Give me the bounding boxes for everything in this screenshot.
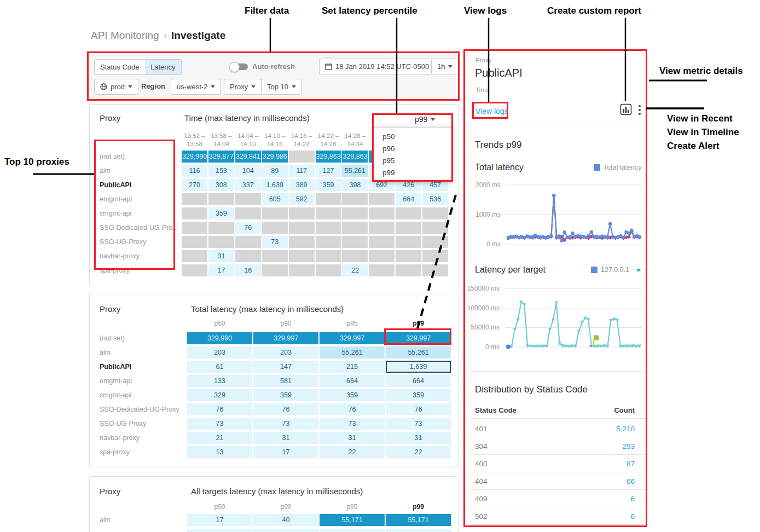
- heatmap-cell[interactable]: 73: [262, 236, 288, 248]
- heatmap-cell[interactable]: [235, 193, 261, 205]
- heatmap-cell[interactable]: 329,863: [342, 151, 368, 163]
- latency-cell[interactable]: [253, 529, 318, 532]
- latency-cell[interactable]: 31: [320, 432, 385, 444]
- heatmap-cell[interactable]: [289, 222, 315, 234]
- latency-cell[interactable]: 329,997: [253, 332, 318, 344]
- heatmap-cell[interactable]: [316, 264, 341, 276]
- breadcrumb-section[interactable]: API Monitoring: [91, 30, 159, 41]
- heatmap-cell[interactable]: [289, 151, 315, 163]
- percentile-option-p95[interactable]: p95: [374, 155, 452, 167]
- latency-cell[interactable]: 17: [187, 514, 252, 526]
- heatmap-cell[interactable]: [235, 236, 261, 248]
- latency-cell[interactable]: 73: [187, 418, 252, 430]
- latency-cell[interactable]: 329,997: [320, 332, 385, 344]
- heatmap-cell[interactable]: 153: [208, 165, 234, 177]
- heatmap-cell[interactable]: [289, 264, 315, 276]
- heatmap-cell[interactable]: 116: [182, 165, 207, 177]
- status-count-link[interactable]: 293: [558, 442, 635, 450]
- heatmap-cell[interactable]: [262, 250, 288, 262]
- heatmap-cell[interactable]: [182, 250, 207, 262]
- heatmap-cell[interactable]: [182, 264, 207, 276]
- heatmap-cell[interactable]: [182, 207, 207, 219]
- heatmap-cell[interactable]: 104: [235, 165, 261, 177]
- heatmap-cell[interactable]: [342, 222, 368, 234]
- latency-cell[interactable]: 22: [320, 446, 385, 458]
- more-menu-icon[interactable]: [639, 105, 641, 117]
- heatmap-cell[interactable]: [422, 264, 448, 276]
- heatmap-cell[interactable]: [208, 236, 234, 248]
- heatmap-cell[interactable]: [396, 222, 421, 234]
- heatmap-cell[interactable]: [262, 222, 288, 234]
- heatmap-cell[interactable]: 605: [262, 193, 288, 205]
- heatmap-cell[interactable]: [182, 236, 207, 248]
- heatmap-cell[interactable]: 31: [208, 250, 234, 262]
- heatmap-cell[interactable]: 398: [342, 179, 368, 191]
- latency-cell[interactable]: 76: [386, 403, 451, 415]
- tab-status-code[interactable]: Status Code: [94, 59, 146, 75]
- heatmap-cell[interactable]: [289, 250, 315, 262]
- latency-cell[interactable]: 203: [253, 346, 318, 358]
- proxy-filter-select[interactable]: Proxy: [224, 79, 262, 95]
- heatmap-cell[interactable]: 592: [289, 193, 315, 205]
- latency-cell[interactable]: 329,990: [187, 332, 252, 344]
- latency-cell[interactable]: 329,997: [386, 332, 451, 344]
- latency-cell[interactable]: 215: [320, 361, 385, 373]
- heatmap-cell[interactable]: [396, 250, 421, 262]
- heatmap-cell[interactable]: [289, 236, 315, 248]
- heatmap-cell[interactable]: 337: [235, 179, 261, 191]
- heatmap-cell[interactable]: [208, 222, 234, 234]
- latency-cell[interactable]: 147: [253, 361, 318, 373]
- heatmap-cell[interactable]: 76: [235, 222, 261, 234]
- latency-cell[interactable]: 31: [386, 432, 451, 444]
- latency-cell[interactable]: 664: [320, 375, 385, 387]
- heatmap-cell[interactable]: [316, 250, 341, 262]
- heatmap-cell[interactable]: [369, 236, 394, 248]
- heatmap-cell[interactable]: [342, 193, 368, 205]
- heatmap-cell[interactable]: [369, 250, 394, 262]
- heatmap-cell[interactable]: [289, 207, 315, 219]
- heatmap-cell[interactable]: [422, 250, 448, 262]
- status-count-link[interactable]: 6: [558, 512, 635, 521]
- tab-latency[interactable]: Latency: [145, 59, 182, 75]
- heatmap-cell[interactable]: [396, 236, 421, 248]
- heatmap-cell[interactable]: [422, 222, 448, 234]
- heatmap-cell[interactable]: [316, 222, 341, 234]
- heatmap-cell[interactable]: [235, 250, 261, 262]
- heatmap-cell[interactable]: [208, 193, 234, 205]
- region-select[interactable]: us-west-2: [171, 79, 221, 95]
- target-select-chevron-icon[interactable]: [636, 269, 641, 272]
- latency-cell[interactable]: [187, 529, 252, 532]
- latency-cell[interactable]: 76: [320, 403, 385, 415]
- latency-cell[interactable]: 76: [253, 403, 318, 415]
- heatmap-cell[interactable]: [182, 222, 207, 234]
- status-count-link[interactable]: 5,210: [558, 425, 635, 433]
- heatmap-cell[interactable]: [316, 207, 341, 219]
- latency-cell[interactable]: [320, 529, 385, 532]
- heatmap-cell[interactable]: 16: [235, 264, 261, 276]
- heatmap-cell[interactable]: [396, 207, 421, 219]
- heatmap-cell[interactable]: [369, 193, 394, 205]
- latency-cell[interactable]: 133: [187, 375, 252, 387]
- heatmap-cell[interactable]: 329,877: [208, 151, 234, 163]
- heatmap-cell[interactable]: 308: [208, 179, 234, 191]
- heatmap-cell[interactable]: [262, 264, 288, 276]
- latency-cell[interactable]: 73: [320, 418, 385, 430]
- top-filter-select[interactable]: Top 10: [261, 79, 302, 95]
- latency-cell[interactable]: 359: [320, 389, 385, 401]
- latency-cell[interactable]: 13: [187, 446, 252, 458]
- latency-cell[interactable]: 61: [187, 361, 252, 373]
- heatmap-cell[interactable]: [342, 250, 368, 262]
- heatmap-cell[interactable]: 329,841: [235, 151, 261, 163]
- latency-cell[interactable]: 40: [253, 514, 318, 526]
- heatmap-cell[interactable]: 389: [289, 179, 315, 191]
- heatmap-cell[interactable]: 1,639: [262, 179, 288, 191]
- latency-cell[interactable]: 73: [253, 418, 318, 430]
- heatmap-cell[interactable]: [182, 193, 207, 205]
- heatmap-cell[interactable]: 329,990: [182, 151, 207, 163]
- heatmap-cell[interactable]: 55,261: [342, 165, 368, 177]
- latency-cell[interactable]: 55,171: [320, 514, 385, 526]
- heatmap-cell[interactable]: 359: [208, 207, 234, 219]
- latency-cell[interactable]: 203: [187, 346, 252, 358]
- status-count-link[interactable]: 6: [558, 495, 635, 503]
- heatmap-cell[interactable]: 127: [316, 165, 341, 177]
